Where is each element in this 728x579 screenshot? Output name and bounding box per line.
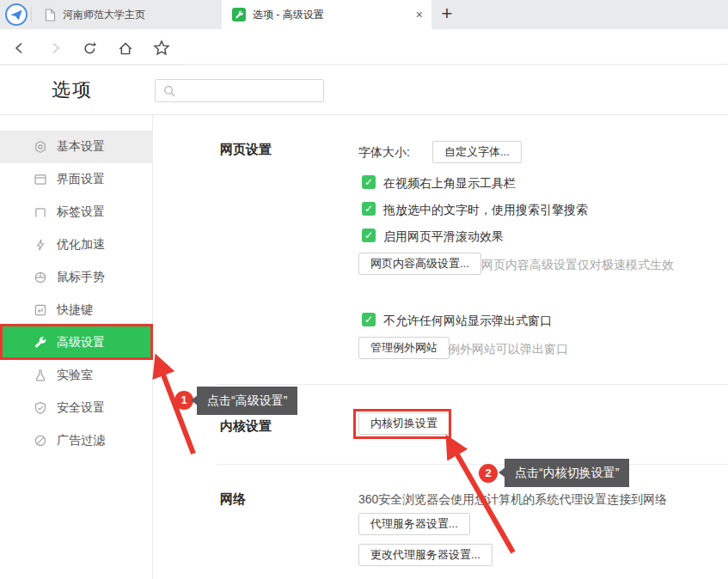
tab-bar: 河南师范大学主页 选项 - 高级设置 × + [0,0,728,29]
options-search-box[interactable] [155,79,324,102]
flask-icon [33,369,47,383]
change-proxy-settings-button[interactable]: 更改代理服务器设置... [358,544,492,566]
star-icon[interactable] [153,40,170,57]
sidebar-item-label: 安全设置 [57,400,105,416]
section-divider [217,464,728,465]
checkbox-label[interactable]: 在视频右上角显示工具栏 [383,176,516,192]
annotation-highlight-advanced-settings [0,324,153,360]
refresh-icon[interactable] [81,40,98,57]
forward-icon[interactable] [46,40,64,57]
checkbox-label[interactable]: 拖放选中的文字时，使用搜索引擎搜索 [383,203,588,218]
annotation-tooltip-1: 点击“高级设置” [197,387,297,415]
sidebar-item-label: 界面设置 [57,172,105,187]
sidebar-item-hotkeys[interactable]: 快捷键 [0,294,153,326]
page-title: 选项 [52,77,93,103]
tab-options-advanced[interactable]: 选项 - 高级设置 × [222,0,431,29]
tab-bar-divider [31,7,32,22]
sidebar-item-security-settings[interactable]: 安全设置 [0,392,153,424]
exception-sites-note: 例外网站可以弹出窗口 [448,342,568,357]
annotation-step-badge-2: 2 [479,464,498,483]
web-content-advanced-note: 网页内容高级设置仅对极速模式生效 [481,258,674,273]
mouse-icon [33,271,47,285]
tab-university-homepage[interactable]: 河南师范大学主页 [34,0,220,29]
annotation-arrow-1 [162,370,193,454]
custom-font-button[interactable]: 自定义字体... [432,141,522,163]
manage-exception-sites-button[interactable]: 管理例外网站 [358,337,450,359]
sidebar-item-optimization[interactable]: 优化加速 [0,229,153,261]
search-icon [163,85,175,97]
section-heading-web-settings: 网页设置 [220,142,272,158]
checkbox-drag-search[interactable]: ✓ [362,202,376,216]
tab-icon [33,205,47,220]
checkbox-video-toolbar[interactable]: ✓ [362,175,376,189]
window-icon [33,173,47,187]
tab-title: 河南师范大学主页 [63,8,145,22]
browser-window: 河南师范大学主页 选项 - 高级设置 × + [0,0,728,579]
sidebar-item-basic-settings[interactable]: 基本设置 [0,131,153,163]
tab-title: 选项 - 高级设置 [253,8,324,22]
checkbox-block-popups[interactable]: ✓ [362,313,376,326]
shield-check-icon [33,401,47,416]
sidebar-item-label: 快捷键 [57,302,93,318]
font-size-label: 字体大小: [358,145,410,161]
green-wrench-favicon [232,8,246,21]
sidebar-item-label: 鼠标手势 [57,270,105,285]
ad-block-icon [33,434,47,448]
document-icon [45,9,56,21]
annotation-tooltip-2: 点击“内核切换设置” [505,459,629,487]
navigation-toolbar: se://settings/advance [0,29,728,65]
sidebar-item-label: 实验室 [57,368,93,383]
web-content-advanced-button[interactable]: 网页内容高级设置... [358,253,481,275]
section-heading-kernel-settings: 内核设置 [220,418,272,435]
checkbox-label[interactable]: 不允许任何网站显示弹出式窗口 [383,314,552,329]
proxy-settings-button[interactable]: 代理服务器设置... [358,513,470,535]
section-heading-network: 网络 [220,491,246,508]
tab-close-icon[interactable]: × [416,8,423,21]
hotkey-icon [33,303,47,318]
gear-icon [33,140,47,155]
browser-logo-icon[interactable] [5,3,28,26]
new-tab-button[interactable]: + [434,0,460,29]
options-search-input[interactable] [181,80,338,101]
options-header: 选项 [0,65,728,115]
section-divider [217,384,728,385]
sidebar-item-label: 广告过滤 [57,433,105,448]
annotation-highlight-kernel-switch [353,409,451,439]
sidebar-item-label: 优化加速 [57,237,105,253]
checkbox-label[interactable]: 启用网页平滑滚动效果 [383,229,504,245]
sidebar-item-label: 基本设置 [57,139,105,155]
sidebar-item-ad-filter[interactable]: 广告过滤 [0,424,153,457]
sidebar-item-tab-settings[interactable]: 标签设置 [0,196,153,229]
sidebar-item-label: 标签设置 [57,204,105,220]
sidebar-item-mouse-gestures[interactable]: 鼠标手势 [0,261,153,294]
network-description: 360安全浏览器会使用您计算机的系统代理设置连接到网络 [358,492,667,508]
checkbox-smooth-scroll[interactable]: ✓ [362,229,376,242]
home-icon[interactable] [117,40,134,57]
back-icon[interactable] [11,40,28,57]
sidebar-item-ui-settings[interactable]: 界面设置 [0,163,153,196]
lightning-icon [33,238,47,253]
sidebar-item-lab[interactable]: 实验室 [0,359,153,392]
